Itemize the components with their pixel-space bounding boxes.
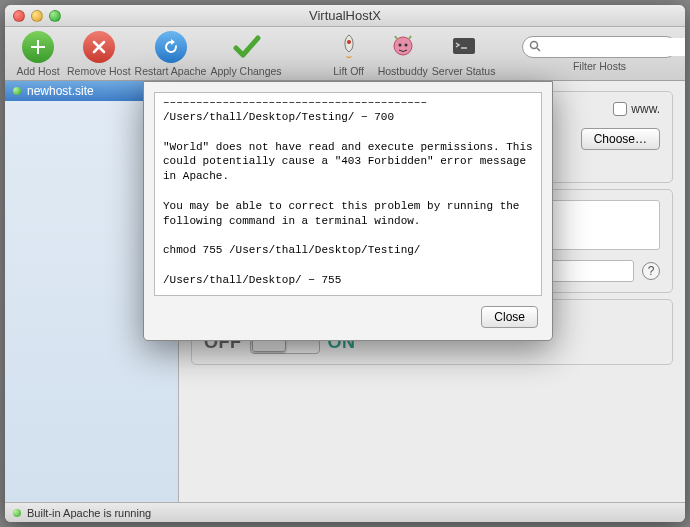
hostbuddy-button[interactable]: Hostbuddy [378,31,428,77]
add-host-label: Add Host [16,65,59,77]
refresh-icon [155,31,187,63]
rocket-icon [333,31,365,63]
svg-point-5 [531,41,538,48]
restart-apache-button[interactable]: Restart Apache [135,31,207,77]
choose-button[interactable]: Choose… [581,128,660,150]
hostbuddy-icon [387,31,419,63]
add-host-button[interactable]: Add Host [13,31,63,77]
plus-icon [22,31,54,63]
status-bar: Built-in Apache is running [5,502,685,522]
search-icon [529,40,541,55]
www-checkbox-label: www. [631,102,660,116]
svg-point-2 [398,44,401,47]
filter-hosts-input[interactable] [545,38,685,56]
app-window: VirtualHostX Add Host Remove Host Restar… [5,5,685,522]
terminal-icon [448,31,480,63]
www-checkbox[interactable]: www. [613,102,660,116]
help-button[interactable]: ? [642,262,660,280]
apply-changes-button[interactable]: Apply Changes [210,31,281,77]
x-icon [83,31,115,63]
checkmark-icon [230,31,262,63]
status-dot-icon [13,509,21,517]
server-status-label: Server Status [432,65,496,77]
remove-host-label: Remove Host [67,65,131,77]
svg-point-0 [347,40,351,44]
sidebar-item-label: newhost.site [27,84,94,98]
permissions-sheet: ––––––––––––––––––––––––––––––––––––––––… [143,81,553,341]
apply-changes-label: Apply Changes [210,65,281,77]
svg-point-3 [404,44,407,47]
close-button[interactable]: Close [481,306,538,328]
lift-off-label: Lift Off [333,65,364,77]
filter-hosts-search[interactable] [522,36,677,58]
status-text: Built-in Apache is running [27,507,151,519]
restart-apache-label: Restart Apache [135,65,207,77]
window-title: VirtualHostX [5,8,685,23]
status-dot-icon [13,87,21,95]
toolbar: Add Host Remove Host Restart Apache Appl… [5,27,685,81]
filter-hosts-label: Filter Hosts [522,60,677,72]
server-status-button[interactable]: Server Status [432,31,496,77]
lift-off-button[interactable]: Lift Off [324,31,374,77]
remove-host-button[interactable]: Remove Host [67,31,131,77]
permissions-log[interactable]: ––––––––––––––––––––––––––––––––––––––––… [154,92,542,296]
titlebar: VirtualHostX [5,5,685,27]
checkbox-icon [613,102,627,116]
svg-point-1 [394,37,412,55]
hostbuddy-label: Hostbuddy [378,65,428,77]
